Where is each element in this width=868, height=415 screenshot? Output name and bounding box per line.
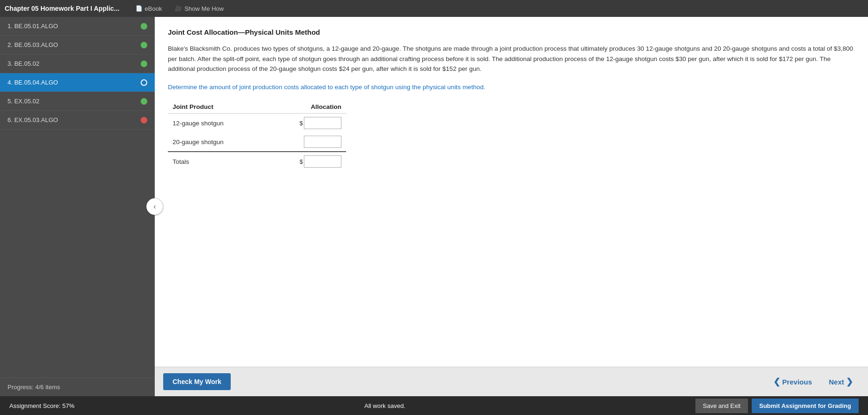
allocation-input-12gauge[interactable] bbox=[304, 117, 341, 129]
tab-show-me-how[interactable]: 🎥 Show Me How bbox=[168, 0, 230, 17]
input-cell-20gauge bbox=[264, 132, 346, 152]
sidebar-item-1[interactable]: 1. BE.05.01.ALGO bbox=[0, 17, 155, 36]
next-label: Next bbox=[829, 378, 844, 386]
nav-buttons: ❮ Previous Next ❯ bbox=[767, 373, 860, 391]
video-icon: 🎥 bbox=[175, 5, 182, 12]
col-header-allocation: Allocation bbox=[264, 100, 346, 114]
problem-title: Joint Cost Allocation—Physical Units Met… bbox=[168, 28, 855, 36]
check-my-work-label: Check My Work bbox=[173, 378, 221, 385]
sidebar-item-2[interactable]: 2. BE.05.03.ALGO bbox=[0, 36, 155, 54]
sidebar-collapse-button[interactable]: ‹ bbox=[146, 198, 163, 215]
previous-button[interactable]: ❮ Previous bbox=[767, 373, 818, 391]
sidebar-item-5[interactable]: 5. EX.05.02 bbox=[0, 92, 155, 111]
sidebar-item-6[interactable]: 6. EX.05.03.ALGO bbox=[0, 111, 155, 130]
app-title: Chapter 05 Homework Part I Applic... bbox=[5, 5, 120, 12]
sidebar-item-4[interactable]: 4. BE.05.04.ALGO bbox=[0, 73, 155, 92]
ebook-icon: 📄 bbox=[136, 5, 143, 12]
sidebar: 1. BE.05.01.ALGO 2. BE.05.03.ALGO 3. BE.… bbox=[0, 17, 155, 396]
sidebar-item-4-label: 4. BE.05.04.ALGO bbox=[8, 79, 141, 86]
save-exit-button[interactable]: Save and Exit bbox=[695, 399, 748, 413]
assignment-score: Assignment Score: 57% bbox=[9, 402, 75, 409]
chevron-left-icon: ‹ bbox=[153, 202, 156, 211]
sidebar-progress: Progress: 4/6 items bbox=[0, 377, 155, 396]
dollar-sign-12gauge: $ bbox=[300, 120, 303, 127]
input-cell-totals: $ bbox=[264, 152, 346, 171]
dollar-sign-totals: $ bbox=[300, 158, 303, 165]
dollar-wrapper-totals: $ bbox=[269, 155, 341, 168]
check-my-work-button[interactable]: Check My Work bbox=[163, 373, 231, 390]
previous-label: Previous bbox=[782, 378, 812, 386]
save-exit-label: Save and Exit bbox=[703, 402, 740, 409]
sidebar-item-1-label: 1. BE.05.01.ALGO bbox=[8, 23, 141, 30]
status-dot-4 bbox=[141, 79, 147, 86]
sidebar-item-3[interactable]: 3. BE.05.02 bbox=[0, 54, 155, 73]
status-dot-2 bbox=[141, 42, 147, 48]
content-footer: Check My Work ❮ Previous Next ❯ bbox=[155, 367, 868, 396]
content-scroll: Joint Cost Allocation—Physical Units Met… bbox=[155, 17, 868, 367]
tab-ebook-label: eBook bbox=[145, 5, 162, 12]
sidebar-item-6-label: 6. EX.05.03.ALGO bbox=[8, 116, 141, 123]
chevron-left-nav-icon: ❮ bbox=[773, 377, 780, 387]
product-totals: Totals bbox=[168, 152, 264, 171]
next-button[interactable]: Next ❯ bbox=[822, 373, 860, 391]
allocation-input-totals[interactable] bbox=[304, 155, 341, 168]
status-dot-3 bbox=[141, 61, 147, 67]
tab-ebook[interactable]: 📄 eBook bbox=[129, 0, 169, 17]
sidebar-item-2-label: 2. BE.05.03.ALGO bbox=[8, 41, 141, 48]
table-row-12gauge: 12-gauge shotgun $ bbox=[168, 114, 346, 133]
top-bar: Chapter 05 Homework Part I Applic... 📄 e… bbox=[0, 0, 868, 17]
table-row-totals: Totals $ bbox=[168, 152, 346, 171]
problem-text: Blake's Blacksmith Co. produces two type… bbox=[168, 44, 855, 74]
tab-show-me-how-label: Show Me How bbox=[184, 5, 224, 12]
status-dot-1 bbox=[141, 23, 147, 30]
dollar-wrapper-20gauge bbox=[269, 136, 341, 148]
sidebar-item-5-label: 5. EX.05.02 bbox=[8, 98, 141, 105]
chevron-right-nav-icon: ❯ bbox=[846, 377, 853, 387]
dollar-wrapper-12gauge: $ bbox=[269, 117, 341, 129]
content-area: Joint Cost Allocation—Physical Units Met… bbox=[155, 17, 868, 396]
score-value: 57% bbox=[62, 402, 75, 409]
product-20gauge: 20-gauge shotgun bbox=[168, 132, 264, 152]
submit-label: Submit Assignment for Grading bbox=[759, 402, 851, 409]
allocation-table: Joint Product Allocation 12-gauge shotgu… bbox=[168, 100, 346, 171]
table-row-20gauge: 20-gauge shotgun bbox=[168, 132, 346, 152]
status-dot-6 bbox=[141, 117, 147, 123]
saved-status: All work saved. bbox=[364, 402, 405, 409]
main-layout: 1. BE.05.01.ALGO 2. BE.05.03.ALGO 3. BE.… bbox=[0, 17, 868, 396]
progress-text: Progress: 4/6 items bbox=[8, 384, 60, 391]
sidebar-item-3-label: 3. BE.05.02 bbox=[8, 60, 141, 67]
instruction-text: Determine the amount of joint production… bbox=[168, 83, 855, 92]
submit-assignment-button[interactable]: Submit Assignment for Grading bbox=[752, 399, 859, 413]
input-cell-12gauge: $ bbox=[264, 114, 346, 133]
status-bar: Assignment Score: 57% All work saved. Sa… bbox=[0, 396, 868, 415]
col-header-product: Joint Product bbox=[168, 100, 264, 114]
score-label: Assignment Score: bbox=[9, 402, 60, 409]
product-12gauge: 12-gauge shotgun bbox=[168, 114, 264, 133]
status-dot-5 bbox=[141, 98, 147, 105]
allocation-input-20gauge[interactable] bbox=[304, 136, 341, 148]
